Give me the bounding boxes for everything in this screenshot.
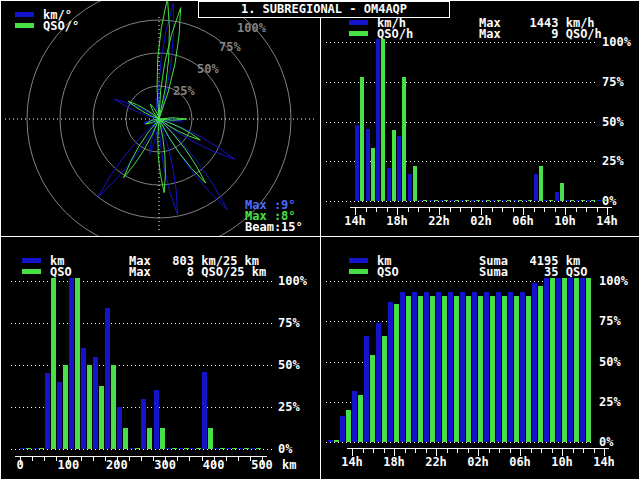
max-qso-stat: Max 9 QSO/h xyxy=(479,27,602,41)
bar-qso xyxy=(394,304,399,443)
bar-km xyxy=(226,448,231,449)
axis-tick xyxy=(489,449,490,453)
bar-qso xyxy=(538,286,543,442)
bar-km xyxy=(556,278,561,442)
x-tick-label: 18h xyxy=(383,456,405,468)
bar-km xyxy=(366,129,370,201)
y-tick-label: 0% xyxy=(278,443,292,455)
bar-qso xyxy=(518,200,522,201)
axis-tick xyxy=(544,208,545,212)
km-legend-swatch xyxy=(15,12,34,17)
bar-km xyxy=(555,192,559,202)
ring-label-25: 25% xyxy=(173,85,195,97)
axis-tick xyxy=(586,208,587,212)
bar-qso xyxy=(360,77,364,201)
polar-panel: km/° QSO/° 25% 50% 75% 100% Max :9° Max … xyxy=(1,1,321,237)
bar-qso xyxy=(147,428,152,449)
km-legend-swatch xyxy=(349,258,368,263)
bar-km xyxy=(202,372,207,449)
bar-qso xyxy=(256,448,261,449)
axis-tick xyxy=(447,449,448,453)
axis-tick xyxy=(499,449,500,453)
x-tick-label: 02h xyxy=(467,456,489,468)
bar-km xyxy=(534,174,538,201)
qso-legend-label: QSO xyxy=(50,266,72,278)
axis-tick xyxy=(141,457,142,461)
bar-km xyxy=(376,323,381,442)
bar-qso xyxy=(478,296,483,443)
x-axis-unit: km xyxy=(282,459,296,471)
bar-km xyxy=(238,448,243,449)
bar-km xyxy=(328,440,333,442)
bar-qso xyxy=(26,448,31,449)
qso-legend-swatch xyxy=(349,31,368,36)
x-tick-label: 14h xyxy=(344,215,366,227)
bar-qso xyxy=(232,448,237,449)
bar-km xyxy=(565,200,569,201)
bar-qso xyxy=(413,166,417,201)
bar-km xyxy=(450,200,454,201)
bar-qso xyxy=(160,428,165,449)
qso-legend-label: QSO xyxy=(377,266,399,278)
bar-km xyxy=(81,348,86,449)
bar-km xyxy=(580,278,585,442)
bar-km xyxy=(492,200,496,201)
axis-tick xyxy=(238,457,239,461)
bar-km xyxy=(412,292,417,442)
x-tick-label: 100 xyxy=(58,459,80,471)
y-tick-label: 100% xyxy=(599,275,628,287)
bar-km xyxy=(340,416,345,442)
bar-km xyxy=(214,448,219,449)
bar-km xyxy=(568,278,573,442)
bar-qso xyxy=(549,200,553,201)
sum-panel: km QSO Suma 4195 km Suma 35 QSO 100%75%5… xyxy=(321,237,640,480)
bar-km xyxy=(154,390,159,449)
y-tick-label: 50% xyxy=(599,356,621,368)
bar-qso xyxy=(507,200,511,201)
bar-km xyxy=(508,292,513,442)
bar-km xyxy=(69,278,74,449)
bar-km xyxy=(190,448,195,449)
bar-qso xyxy=(486,200,490,201)
axis-tick xyxy=(492,208,493,212)
bar-km xyxy=(250,448,255,449)
gridline xyxy=(326,42,598,43)
bar-qso xyxy=(476,200,480,201)
axis-tick xyxy=(510,449,511,453)
bar-qso xyxy=(208,428,213,449)
bar-km xyxy=(544,200,548,201)
x-tick-label: 14h xyxy=(593,456,615,468)
ring-label-50: 50% xyxy=(197,63,219,75)
axis-tick xyxy=(226,457,227,461)
bar-km xyxy=(57,382,62,449)
bar-km xyxy=(576,200,580,201)
bar-qso xyxy=(591,200,595,201)
bar-qso xyxy=(418,296,423,443)
bar-km xyxy=(178,448,183,449)
bar-qso xyxy=(465,200,469,201)
axis-tick xyxy=(450,208,451,212)
x-tick-label: 300 xyxy=(154,459,176,471)
beam-width: Beam:15° xyxy=(245,221,303,233)
axis-tick xyxy=(426,449,427,453)
axis-tick xyxy=(376,208,377,212)
bar-qso xyxy=(574,278,579,442)
axis-tick xyxy=(583,449,584,453)
statistics-screen: 1. SUBREGIONAL - OM4AQP km/° QSO/° 25% 5… xyxy=(0,0,640,480)
bar-km xyxy=(496,292,501,442)
max-qso-stat: Max 8 QSO/25 km xyxy=(129,265,266,279)
y-tick-label: 75% xyxy=(278,317,300,329)
bar-qso xyxy=(406,296,411,443)
bar-qso xyxy=(581,200,585,201)
axis-tick xyxy=(387,208,388,212)
bar-qso xyxy=(346,410,351,442)
gridline xyxy=(326,82,598,83)
bar-km xyxy=(387,168,391,201)
bar-qso xyxy=(111,365,116,449)
axis-tick xyxy=(363,449,364,453)
bar-qso xyxy=(244,448,249,449)
axis-tick xyxy=(129,457,130,461)
bar-km xyxy=(408,174,412,201)
qso-legend-swatch xyxy=(15,23,34,28)
bar-qso xyxy=(502,296,507,443)
